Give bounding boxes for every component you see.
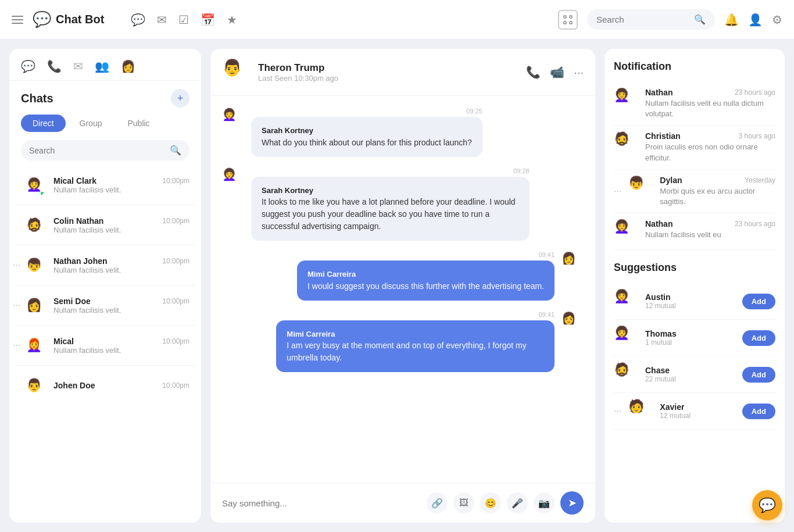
chat-avatar: 👨	[21, 373, 47, 398]
suggestions-list: 👩‍🦱 Austin 12 mutual Add 👩‍🦱 Thomas 1 mu…	[614, 283, 775, 430]
attach-link-button[interactable]: 🔗	[427, 492, 448, 513]
message-content: 09:41 Mimi Carreira I am very busy at th…	[276, 311, 555, 373]
message-text: I would suggest you discuss this further…	[307, 280, 544, 292]
voice-button[interactable]: 🎤	[507, 492, 528, 513]
notif-dots-icon: ···	[614, 186, 621, 197]
filter-tab-direct[interactable]: Direct	[21, 115, 66, 132]
camera-button[interactable]: 📷	[534, 492, 555, 513]
hamburger-menu[interactable]	[12, 16, 23, 24]
list-item[interactable]: 👦 Nathan Johen 10:00pm Nullam facilisis …	[15, 247, 195, 284]
notif-header-row: Nathan 23 hours ago	[645, 219, 775, 228]
chat-more-icon[interactable]: ···	[13, 340, 20, 351]
filter-tab-public[interactable]: Public	[116, 115, 161, 132]
chat-info: Mical Clark 10:00pm Nullam facilisis vel…	[53, 176, 189, 194]
chat-header-actions: 📞 📹 ···	[526, 65, 584, 79]
chat-name-row: Mical 10:00pm	[53, 337, 189, 346]
email-icon[interactable]: ✉	[157, 13, 167, 27]
emoji-button[interactable]: 😊	[480, 492, 501, 513]
suggest-mutual: 12 mutual	[660, 412, 735, 420]
svg-rect-1	[570, 16, 572, 18]
notif-name: Christian	[645, 131, 681, 141]
notif-body: Christian 3 hours ago Proin iaculis eros…	[645, 131, 775, 163]
chat-icon[interactable]: 💬	[131, 13, 145, 27]
notif-name: Nathan	[645, 219, 673, 228]
chat-preview: Nullam facilisis velit.	[53, 346, 189, 355]
chat-search-icon: 🔍	[170, 145, 181, 156]
tab-icon-mail[interactable]: ✉	[73, 59, 83, 73]
message-text: What do you think about our plans for th…	[262, 137, 472, 149]
message-box: Mimi Carreira I am very busy at the mome…	[276, 320, 555, 373]
filter-tab-group[interactable]: Group	[68, 115, 114, 132]
chats-title: Chats	[21, 92, 53, 105]
check-icon[interactable]: ☑	[178, 13, 189, 27]
notification-icon[interactable]: 🔔	[724, 13, 739, 27]
chat-name: Nathan Johen	[53, 256, 108, 266]
chat-preview: Nullam facilisis velit.	[53, 306, 189, 315]
add-chat-button[interactable]: +	[171, 89, 189, 108]
settings-icon[interactable]: ⚙	[772, 13, 782, 27]
notif-avatar: 👩‍🦱	[614, 88, 638, 112]
suggest-name: Xavier	[660, 402, 735, 412]
search-input[interactable]	[596, 15, 689, 24]
messages-area: 👩‍🦱 09:25 Sarah Kortney What do you thin…	[210, 96, 595, 483]
notification-item: 👩‍🦱 Nathan 23 hours ago Nullam facilisis…	[614, 82, 775, 126]
list-item[interactable]: 👨 Johen Doe 10:00pm	[15, 367, 195, 404]
send-button[interactable]: ➤	[560, 491, 584, 515]
user-icon[interactable]: 👤	[748, 13, 763, 27]
suggest-name: Austin	[645, 292, 735, 302]
notification-item: 👩‍🦱 Nathan 23 hours ago Nullam facilisis…	[614, 213, 775, 250]
notif-name: Dylan	[660, 176, 682, 185]
focus-icon[interactable]	[558, 10, 578, 30]
suggest-dots-icon: ···	[614, 406, 621, 416]
chat-name-row: Semi Doe 10:00pm	[53, 297, 189, 306]
chat-name: Mical Clark	[53, 176, 96, 185]
chat-divider	[15, 205, 195, 205]
add-suggestion-button[interactable]: Add	[742, 367, 775, 383]
star-icon[interactable]: ★	[227, 13, 237, 27]
message-avatar: 👩	[561, 251, 584, 273]
suggest-avatar: 👩‍🦱	[614, 289, 638, 313]
chat-name: Johen Doe	[53, 381, 95, 390]
message-box: Sarah Kortney It looks to me like you ha…	[251, 177, 530, 241]
chat-search-input[interactable]	[29, 146, 165, 155]
list-item[interactable]: 👩 Semi Doe 10:00pm Nullam facilisis veli…	[15, 287, 195, 324]
tab-icon-profile[interactable]: 👩	[121, 59, 135, 73]
chat-search-bar[interactable]: 🔍	[21, 140, 189, 160]
chat-name-row: Colin Nathan 10:00pm	[53, 216, 189, 226]
tab-icon-group[interactable]: 👥	[95, 59, 109, 73]
float-chat-button[interactable]: 💬	[752, 490, 782, 520]
attach-image-button[interactable]: 🖼	[453, 492, 474, 513]
add-suggestion-button[interactable]: Add	[742, 294, 775, 309]
add-suggestion-button[interactable]: Add	[742, 330, 775, 346]
list-item[interactable]: 🧔 Colin Nathan 10:00pm Nullam facilisis …	[15, 206, 195, 244]
list-item[interactable]: 👩‍🦱 Mical Clark 10:00pm Nullam facilisis…	[15, 166, 195, 203]
topnav-right: 🔍 🔔 👤 ⚙	[558, 9, 782, 30]
chat-more-icon[interactable]: ···	[13, 300, 20, 310]
chat-name-row: Johen Doe 10:00pm	[53, 381, 189, 390]
notif-time: 23 hours ago	[735, 220, 775, 228]
chat-input[interactable]	[222, 498, 421, 508]
message-content: 09:28 Sarah Kortney It looks to me like …	[251, 167, 530, 241]
notif-header-row: Dylan Yesterday	[660, 176, 775, 185]
suggest-mutual: 1 mutual	[645, 338, 735, 347]
chat-more-icon[interactable]: ···	[13, 260, 20, 270]
chat-avatar: 🧔	[21, 212, 47, 238]
add-suggestion-button[interactable]: Add	[742, 404, 775, 419]
more-options-icon[interactable]: ···	[574, 66, 584, 79]
video-call-icon[interactable]: 📹	[550, 65, 564, 79]
suggest-info: Xavier 12 mutual	[660, 402, 735, 420]
message-avatar: 👩	[561, 311, 584, 333]
message-time: 09:28	[251, 167, 530, 174]
tab-icon-chat[interactable]: 💬	[21, 59, 35, 73]
notif-text: Nullam facilisis velit eu	[645, 230, 775, 240]
online-dot	[40, 191, 45, 197]
search-box[interactable]: 🔍	[587, 9, 715, 30]
list-item[interactable]: 👩‍🦰 Mical 10:00pm Nullam facilisis velit…	[15, 327, 195, 364]
calendar-icon[interactable]: 📅	[201, 13, 215, 27]
notif-time: 3 hours ago	[739, 132, 775, 140]
tab-icon-phone[interactable]: 📞	[47, 59, 62, 73]
phone-call-icon[interactable]: 📞	[526, 65, 541, 79]
message-box: Mimi Carreira I would suggest you discus…	[297, 260, 555, 301]
message-time: 09:41	[276, 311, 555, 318]
suggestion-item: 🧔 Chase 22 mutual Add	[614, 356, 775, 393]
